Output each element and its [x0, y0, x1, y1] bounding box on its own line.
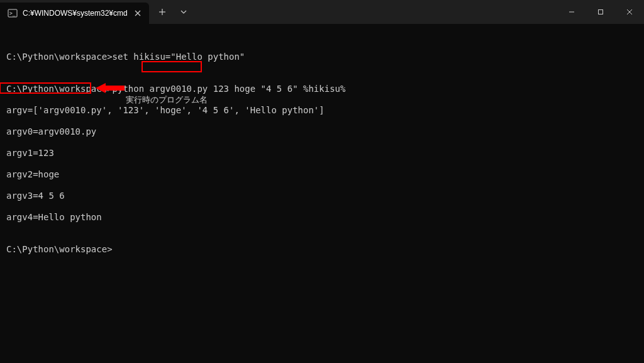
close-button[interactable]: [615, 0, 644, 24]
terminal-line: C:\Python\workspace>: [6, 244, 638, 255]
tab-dropdown-button[interactable]: [173, 1, 194, 23]
window-controls: [557, 0, 644, 24]
terminal-line: argv1=123: [6, 148, 638, 159]
tab-actions: [152, 0, 194, 24]
terminal-line: C:\Python\workspace>python argv0010.py 1…: [6, 84, 638, 94]
terminal-output[interactable]: C:\Python\workspace>set hikisu="Hello py…: [0, 24, 644, 363]
terminal-tab[interactable]: >_ C:¥WINDOWS¥system32¥cmd: [0, 3, 149, 24]
svg-text:>_: >_: [9, 11, 16, 16]
tab-close-button[interactable]: [133, 8, 143, 18]
terminal-line: argv3=4 5 6: [6, 191, 638, 201]
terminal-line: C:\Python\workspace>set hikisu="Hello py…: [6, 52, 638, 62]
new-tab-button[interactable]: [152, 1, 173, 23]
maximize-button[interactable]: [586, 0, 615, 24]
terminal-line: argv4=Hello python: [6, 212, 638, 223]
highlight-box-script-arg: [142, 61, 202, 72]
minimize-button[interactable]: [557, 0, 586, 24]
terminal-line: argv2=hoge: [6, 169, 638, 180]
svg-rect-7: [599, 10, 603, 14]
titlebar: >_ C:¥WINDOWS¥system32¥cmd: [0, 0, 644, 24]
annotation-label: 実行時のプログラム名: [126, 94, 208, 105]
terminal-line: argv=['argv0010.py', '123', 'hoge', '4 5…: [6, 105, 638, 116]
tab-title: C:¥WINDOWS¥system32¥cmd: [23, 9, 128, 18]
cmd-icon: >_: [8, 8, 18, 18]
terminal-line: argv0=argv0010.py: [6, 126, 638, 137]
